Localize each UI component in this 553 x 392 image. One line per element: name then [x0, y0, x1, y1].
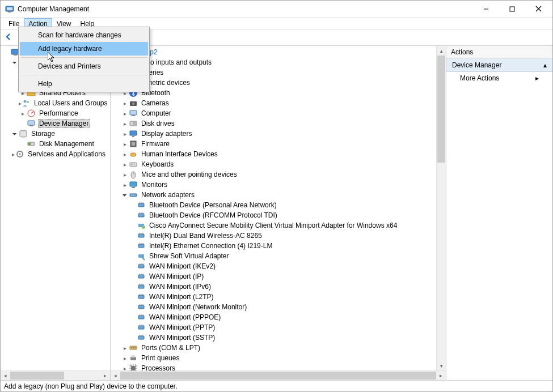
dropdown-add-legacy-hardware[interactable]: Add legacy hardware [20, 42, 148, 56]
dropdown-help[interactable]: Help [20, 77, 148, 91]
tree-local-users[interactable]: ▸ Local Users and Groups [1, 98, 110, 108]
device-tree-row[interactable]: WAN Miniport (IPv6) [111, 282, 436, 292]
device-label: Cisco AnyConnect Secure Mobility Client … [148, 221, 398, 229]
expander-icon[interactable]: ⏷ [121, 192, 129, 198]
expander-icon[interactable]: ▸ [121, 345, 129, 351]
svg-rect-17 [28, 121, 35, 125]
device-tree-row[interactable]: ▸Display adapters [111, 129, 436, 139]
svg-rect-42 [133, 164, 134, 165]
scroll-left-icon[interactable]: ◂ [1, 371, 10, 380]
device-tree-row[interactable]: ▸udio inputs and outputs [111, 57, 436, 67]
titlebar: Computer Management [1, 1, 552, 18]
svg-rect-32 [132, 115, 135, 116]
expander-icon[interactable]: ▸ [19, 110, 27, 117]
left-scrollbar-h[interactable]: ◂ ▸ [1, 370, 110, 380]
device-tree-row[interactable]: ▸Processors [111, 363, 436, 370]
device-tree-row[interactable]: ⏷Network adapters [111, 190, 436, 200]
svg-rect-57 [138, 254, 144, 258]
device-tree-row[interactable]: Intel(R) Ethernet Connection (4) I219-LM [111, 241, 436, 251]
device-tree-row[interactable]: ▸atteries [111, 67, 436, 78]
svg-rect-65 [138, 336, 144, 339]
svg-rect-52 [138, 214, 144, 217]
shrew-icon [137, 252, 146, 261]
mid-scrollbar-v[interactable]: ▴ ▾ [436, 46, 446, 370]
svg-rect-46 [130, 182, 137, 186]
device-tree-row[interactable]: ▸iometric devices [111, 78, 436, 88]
expander-icon[interactable]: ▸ [121, 121, 129, 127]
device-tree-row[interactable]: ⏷nin-lap2 [111, 47, 436, 57]
printer-icon [129, 353, 138, 363]
console-tree[interactable]: C ⏷ S ▸ T ▸ E ▸ Shared Folders [1, 46, 110, 370]
device-tree-row[interactable]: ▸Keyboards [111, 159, 436, 169]
tree-disk-management[interactable]: Disk Management [1, 139, 110, 149]
expander-icon[interactable]: ▸ [121, 151, 129, 157]
back-icon[interactable] [4, 32, 13, 43]
device-tree-row[interactable]: WAN Miniport (PPTP) [111, 322, 436, 333]
expander-icon[interactable]: ⏷ [11, 59, 19, 66]
network-icon [129, 190, 138, 199]
svg-point-14 [24, 100, 27, 103]
scroll-up-icon[interactable]: ▴ [437, 46, 446, 56]
minimize-button[interactable] [473, 1, 499, 17]
expander-icon[interactable]: ▸ [121, 110, 129, 117]
actions-device-manager[interactable]: Device Manager ▴ [446, 58, 552, 72]
device-tree-row[interactable]: WAN Miniport (SSTP) [111, 333, 436, 343]
device-tree-row[interactable]: Shrew Soft Virtual Adapter [111, 251, 436, 261]
expander-icon[interactable]: ▸ [121, 355, 129, 361]
svg-rect-60 [138, 285, 144, 288]
device-tree-row[interactable]: ▸Disk drives [111, 118, 436, 129]
expander-icon[interactable]: ▸ [121, 131, 129, 137]
scroll-down-icon[interactable]: ▾ [437, 361, 446, 370]
device-tree-row[interactable]: WAN Miniport (L2TP) [111, 292, 436, 302]
tree-services-apps[interactable]: ▸ Services and Applications [1, 149, 110, 159]
firmware-icon [129, 139, 138, 148]
expander-icon[interactable]: ▸ [121, 182, 129, 188]
device-tree[interactable]: ⏷nin-lap2▸udio inputs and outputs▸atteri… [111, 46, 436, 370]
expander-icon[interactable]: ▸ [11, 151, 15, 157]
actions-more[interactable]: More Actions ▸ [446, 72, 552, 84]
device-tree-row[interactable]: ▸Bluetooth [111, 88, 436, 98]
scroll-right-icon[interactable]: ▸ [100, 371, 110, 380]
device-tree-row[interactable]: ▸Monitors [111, 180, 436, 190]
device-tree-row[interactable]: ▸Ports (COM & LPT) [111, 343, 436, 353]
maximize-button[interactable] [499, 1, 525, 17]
expander-icon[interactable]: ▸ [121, 141, 129, 147]
expander-icon[interactable]: ▸ [121, 100, 129, 106]
scroll-left-icon[interactable]: ◂ [111, 371, 120, 380]
device-tree-row[interactable]: ▸Cameras [111, 98, 436, 108]
tree-storage[interactable]: ⏷ Storage [1, 129, 110, 139]
svg-point-69 [134, 347, 136, 348]
device-tree-row[interactable]: WAN Miniport (PPPOE) [111, 312, 436, 322]
device-tree-row[interactable]: ▸Print queues [111, 353, 436, 363]
device-tree-row[interactable]: WAN Miniport (IP) [111, 271, 436, 282]
expander-icon[interactable]: ⏷ [11, 131, 19, 137]
svg-point-67 [131, 347, 132, 348]
device-tree-row[interactable]: WAN Miniport (Network Monitor) [111, 302, 436, 312]
device-tree-row[interactable]: ▸Firmware [111, 139, 436, 149]
device-tree-row[interactable]: Bluetooth Device (RFCOMM Protocol TDI) [111, 210, 436, 220]
scroll-right-icon[interactable]: ▸ [436, 371, 446, 380]
expander-icon[interactable]: ▸ [121, 161, 129, 168]
dropdown-scan-hardware[interactable]: Scan for hardware changes [20, 28, 148, 42]
device-tree-row[interactable]: ▸Human Interface Devices [111, 149, 436, 159]
expander-icon[interactable]: ▸ [121, 365, 129, 371]
dropdown-devices-printers[interactable]: Devices and Printers [20, 59, 148, 73]
statusbar: Add a legacy (non Plug and Play) device … [1, 380, 552, 391]
content-area: C ⏷ S ▸ T ▸ E ▸ Shared Folders [1, 46, 552, 380]
device-label: Cameras [140, 99, 170, 107]
device-tree-row[interactable]: Bluetooth Device (Personal Area Network) [111, 200, 436, 210]
services-icon [15, 150, 24, 159]
svg-rect-61 [138, 295, 144, 299]
expander-icon[interactable]: ▸ [121, 172, 129, 178]
storage-icon [19, 129, 28, 138]
device-tree-row[interactable]: ▸Mice and other pointing devices [111, 169, 436, 180]
mid-scrollbar-h[interactable]: ◂ ▸ [111, 370, 446, 380]
device-tree-row[interactable]: Cisco AnyConnect Secure Mobility Client … [111, 220, 436, 231]
device-tree-row[interactable]: ▸Computer [111, 108, 436, 118]
tree-device-manager[interactable]: Device Manager [1, 118, 110, 129]
device-tree-row[interactable]: WAN Miniport (IKEv2) [111, 261, 436, 271]
tree-performance[interactable]: ▸ Performance [1, 108, 110, 118]
close-button[interactable] [525, 1, 551, 17]
device-tree-row[interactable]: Intel(R) Dual Band Wireless-AC 8265 [111, 231, 436, 241]
collapse-icon[interactable]: ▴ [543, 61, 547, 69]
